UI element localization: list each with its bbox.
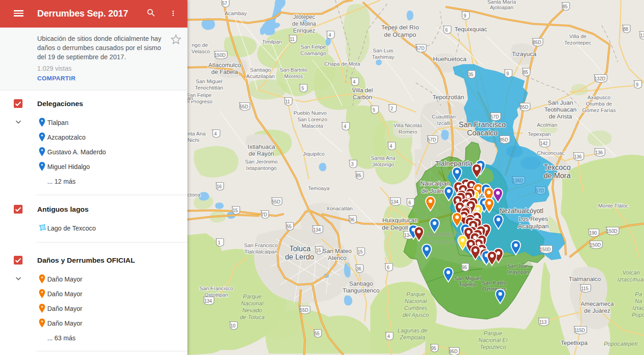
svg-text:55: 55	[314, 331, 320, 336]
svg-text:136: 136	[574, 154, 582, 159]
svg-text:Coacalco: Coacalco	[467, 129, 498, 137]
svg-text:Pa: Pa	[635, 291, 642, 298]
svg-text:Santa María: Santa María	[487, 0, 516, 5]
svg-text:150D: 150D	[590, 242, 601, 248]
svg-text:Cuautitlán: Cuautitlán	[432, 114, 456, 119]
svg-text:Nezahualcóyotl: Nezahualcóyotl	[499, 207, 543, 214]
svg-text:88: 88	[623, 27, 628, 32]
svg-text:Villa del: Villa del	[352, 87, 373, 94]
svg-text:10: 10	[230, 323, 236, 328]
svg-text:de Ocampo: de Ocampo	[384, 31, 416, 38]
svg-text:Jilotzingo: Jilotzingo	[372, 162, 394, 167]
svg-text:115D: 115D	[574, 328, 585, 333]
svg-text:134: 134	[313, 227, 321, 232]
svg-text:Ajoloapan: Ajoloapan	[490, 5, 513, 10]
svg-text:85: 85	[523, 70, 528, 75]
svg-text:15: 15	[357, 249, 363, 254]
svg-text:Acolman: Acolman	[537, 122, 558, 128]
svg-text:6: 6	[445, 28, 448, 33]
svg-text:Atenco: Atenco	[328, 254, 346, 261]
svg-text:Chapa de Mota: Chapa de Mota	[324, 61, 361, 67]
svg-text:Tequixquiac: Tequixquiac	[454, 26, 487, 33]
svg-text:Timilpan: Timilpan	[262, 39, 282, 45]
svg-text:Tenochtitlán: Tenochtitlán	[195, 85, 223, 90]
svg-text:142: 142	[540, 141, 548, 146]
svg-text:Enríquez: Enríquez	[293, 28, 315, 34]
svg-text:Iztacc: Iztacc	[633, 305, 644, 311]
svg-text:San Felipe: San Felipe	[301, 44, 326, 50]
svg-text:de Juárez: de Juárez	[584, 307, 610, 314]
svg-text:11: 11	[290, 37, 295, 42]
svg-text:Monte Tláloc: Monte Tláloc	[598, 203, 628, 208]
svg-text:85: 85	[562, 4, 568, 9]
svg-text:Tizayuca: Tizayuca	[512, 51, 537, 57]
svg-text:57: 57	[222, 1, 227, 6]
svg-text:Velasco: Velasco	[192, 49, 210, 54]
svg-text:Teotihuacan: Teotihuacan	[544, 106, 576, 113]
svg-text:ngo de: ngo de	[192, 42, 208, 48]
svg-text:Tepeji del Río: Tepeji del Río	[381, 24, 419, 31]
svg-text:de Arista: de Arista	[549, 113, 572, 120]
svg-text:36: 36	[356, 266, 362, 271]
svg-text:Pueblo Nuevo: Pueblo Nuevo	[294, 110, 327, 116]
svg-text:Acaquilpan: Acaquilpan	[518, 223, 549, 230]
svg-text:Morelos: Morelos	[284, 73, 303, 79]
svg-text:Carbón: Carbón	[353, 94, 373, 101]
svg-text:Romero: Romero	[399, 129, 418, 135]
svg-text:85D: 85D	[533, 40, 541, 45]
svg-text:55D: 55D	[240, 104, 248, 109]
svg-text:113: 113	[539, 320, 547, 325]
svg-text:115: 115	[581, 286, 588, 291]
svg-text:de Toluca: de Toluca	[240, 314, 265, 321]
svg-text:85D: 85D	[500, 137, 508, 142]
svg-text:Toluca: Toluca	[289, 245, 311, 253]
svg-text:San Luis: San Luis	[373, 48, 394, 53]
svg-text:San Francisco: San Francisco	[199, 286, 233, 291]
svg-text:1: 1	[218, 240, 220, 245]
svg-text:Tepotzotlán: Tepotzotlán	[432, 94, 464, 101]
svg-text:Atlacomulco: Atlacomulco	[209, 62, 241, 68]
svg-text:Popocatépetl: Popocatépetl	[604, 341, 638, 347]
svg-text:36: 36	[349, 217, 355, 222]
svg-text:Amecameca: Amecameca	[581, 300, 614, 307]
svg-text:Topilejo: Topilejo	[459, 282, 477, 287]
svg-text:55D: 55D	[300, 308, 308, 313]
svg-text:Villa Nicolás: Villa Nicolás	[394, 123, 423, 128]
svg-text:Santiago: Santiago	[349, 280, 373, 287]
svg-text:Ixtayopan: Ixtayopan	[507, 269, 529, 275]
svg-text:San Lorenzo: San Lorenzo	[297, 117, 327, 122]
svg-text:134: 134	[391, 199, 399, 204]
svg-text:5: 5	[301, 86, 304, 91]
svg-text:Temoaya: Temoaya	[308, 186, 330, 191]
svg-text:de Molina: de Molina	[292, 21, 316, 27]
svg-text:de Lerdo: de Lerdo	[285, 253, 314, 261]
svg-text:Los Reyes: Los Reyes	[519, 215, 548, 222]
svg-text:9: 9	[463, 13, 466, 18]
svg-text:Huehuetoca: Huehuetoca	[433, 56, 467, 62]
svg-text:6: 6	[387, 265, 390, 270]
svg-text:Nacional El: Nacional El	[478, 337, 508, 344]
svg-text:Malacota: Malacota	[302, 123, 323, 129]
svg-text:del Ajusco: del Ajusco	[402, 312, 429, 318]
svg-text:de Fabela: de Fabela	[211, 68, 238, 75]
svg-text:San Mateo: San Mateo	[323, 248, 352, 254]
svg-text:San Juan: San Juan	[548, 99, 573, 106]
svg-text:4: 4	[390, 144, 392, 149]
svg-text:Parque: Parque	[407, 291, 425, 298]
svg-text:Jilotepec: Jilotepec	[293, 14, 315, 20]
svg-text:13: 13	[640, 33, 644, 38]
svg-text:Otumba de: Otumba de	[586, 101, 612, 107]
svg-text:Parque: Parque	[243, 293, 261, 300]
svg-text:7D: 7D	[261, 212, 267, 217]
svg-text:132D: 132D	[594, 76, 605, 81]
svg-text:San Miguel: San Miguel	[454, 276, 481, 281]
svg-text:Ixtlahuaca: Ixtlahuaca	[248, 143, 275, 150]
svg-text:11: 11	[285, 99, 290, 104]
svg-text:án: án	[187, 96, 193, 101]
svg-text:PEDREGAL: PEDREGAL	[429, 239, 460, 245]
svg-text:15: 15	[232, 208, 238, 213]
svg-text:San Pablo: San Pablo	[482, 280, 506, 286]
svg-text:de Rayón: de Rayón	[249, 150, 274, 157]
svg-text:Tepetlixpa: Tepetlixpa	[561, 339, 588, 346]
svg-text:134: 134	[204, 299, 212, 304]
